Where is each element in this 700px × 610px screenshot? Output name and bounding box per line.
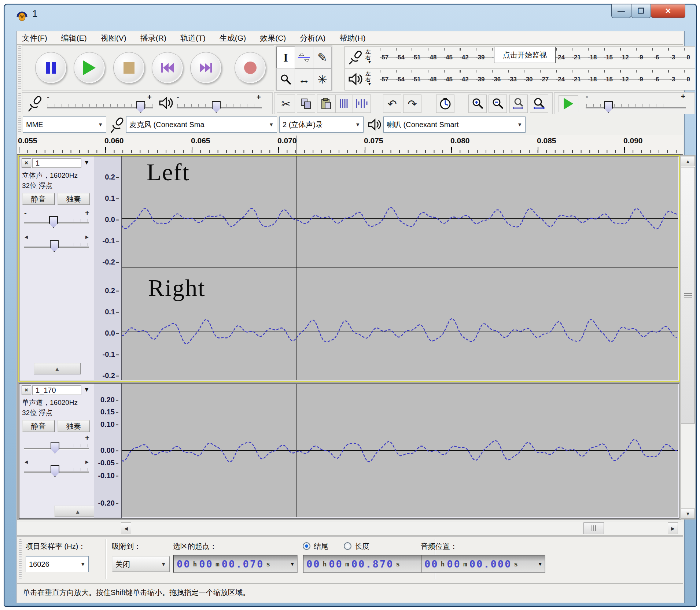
menu-item[interactable]: 效果(C) xyxy=(260,33,286,43)
end-radio[interactable] xyxy=(303,542,310,550)
track-1-name[interactable]: 1 xyxy=(32,158,81,168)
track-2-solo-button[interactable]: 独奏 xyxy=(57,420,90,432)
selection-start-field[interactable]: 00 h 00 m 00.070 s ▼ xyxy=(173,555,298,573)
menu-item[interactable]: 帮助(H) xyxy=(339,33,365,43)
host-select[interactable]: MME ▼ xyxy=(23,117,106,133)
horizontal-scroll-thumb[interactable] xyxy=(583,522,604,534)
stop-button[interactable] xyxy=(113,52,145,84)
undo-button[interactable]: ↶ xyxy=(383,95,401,113)
hours-unit: h xyxy=(193,560,197,568)
seconds-unit: s xyxy=(514,560,518,568)
menu-item[interactable]: 生成(G) xyxy=(220,33,246,43)
toolbar-grabber[interactable] xyxy=(18,46,21,90)
play-at-speed-button[interactable] xyxy=(559,95,578,112)
play-speed-slider[interactable] xyxy=(586,107,686,108)
zoom-tool-button[interactable] xyxy=(276,69,295,90)
chevron-down-icon[interactable]: ▼ xyxy=(291,561,294,567)
redo-button[interactable]: ↷ xyxy=(403,95,421,113)
chevron-down-icon: ▼ xyxy=(269,122,274,127)
db-label: -18 xyxy=(588,75,597,83)
db-label: -39 xyxy=(476,53,485,61)
record-button[interactable] xyxy=(235,52,266,84)
selection-tool-button[interactable]: I xyxy=(276,47,295,69)
length-radio[interactable] xyxy=(344,542,351,550)
db-label: 0 xyxy=(687,53,690,61)
input-device-select[interactable]: 麦克风 (Conexant Sma ▼ xyxy=(126,117,277,133)
scroll-up-button[interactable]: ▲ xyxy=(681,156,695,166)
snap-to-select[interactable]: 关闭 ▼ xyxy=(112,556,170,572)
zoom-in-button[interactable] xyxy=(468,95,487,113)
pause-button[interactable] xyxy=(35,52,67,84)
copy-button[interactable] xyxy=(297,95,315,113)
output-device-select[interactable]: 喇叭 (Conexant Smart ▼ xyxy=(383,117,526,133)
vertical-scroll-thumb[interactable] xyxy=(681,167,695,424)
fit-selection-button[interactable] xyxy=(509,95,528,113)
db-label: -27 xyxy=(540,75,549,83)
play-button[interactable] xyxy=(74,52,105,84)
track-1-collapse-button[interactable]: ▲ xyxy=(34,363,81,374)
selection-grabber[interactable] xyxy=(19,539,22,579)
track-2-vertical-ruler[interactable]: 0.200.150.100.00-0.05-0.10-0.20 xyxy=(94,384,122,518)
draw-tool-button[interactable]: ✎ xyxy=(313,47,332,69)
meter-channel-labels: 左 右 xyxy=(365,49,371,60)
track-2-mute-button[interactable]: 静音 xyxy=(22,420,55,432)
project-rate-select[interactable]: 16026 ▼ xyxy=(26,556,89,572)
device-grabber[interactable] xyxy=(18,117,21,133)
cut-button[interactable]: ✂ xyxy=(277,95,295,113)
mixer-grabber[interactable] xyxy=(18,93,21,113)
minutes-value: 00 xyxy=(329,558,343,570)
mixer-speaker-icon xyxy=(158,96,173,110)
zoom-out-button[interactable] xyxy=(489,95,507,113)
menu-item[interactable]: 播录(R) xyxy=(140,33,166,43)
timeshift-tool-button[interactable]: ↔ xyxy=(295,69,313,90)
scroll-up-icon: ▲ xyxy=(686,159,690,164)
input-device-microphone-icon xyxy=(110,117,124,133)
db-label: -18 xyxy=(588,53,597,61)
track-1-mute-button[interactable]: 静音 xyxy=(22,193,55,205)
menu-item[interactable]: 文件(F) xyxy=(22,33,47,43)
db-label: -57 xyxy=(380,53,389,61)
trim-audio-button[interactable] xyxy=(335,95,354,113)
selection-end-field[interactable]: 00 h 00 m 00.870 s ▼ xyxy=(303,555,427,573)
left-channel-label: 左 xyxy=(365,49,371,55)
paste-button[interactable] xyxy=(317,95,335,113)
track-1-close-button[interactable]: × xyxy=(22,158,31,168)
sync-lock-clock-button[interactable] xyxy=(436,95,454,113)
menu-item[interactable]: 轨道(T) xyxy=(180,33,206,43)
menu-item[interactable]: 视图(V) xyxy=(101,33,126,43)
menu-item[interactable]: 编辑(E) xyxy=(61,33,87,43)
scroll-right-button[interactable]: ▶ xyxy=(668,522,678,534)
meter-dropdown-icon: ▼ xyxy=(368,60,372,64)
close-button[interactable]: ✕ xyxy=(651,4,685,18)
track-1-menu-dropdown[interactable]: ▼ xyxy=(84,159,90,166)
minimize-button[interactable]: — xyxy=(611,4,631,18)
track-2-close-button[interactable]: × xyxy=(22,385,31,395)
audio-position-field[interactable]: 00 h 00 m 00.000 s ▼ xyxy=(421,555,545,573)
input-channels-select[interactable]: 2 (立体声)录 ▼ xyxy=(279,117,364,133)
time-label: 0.075 xyxy=(364,136,383,145)
silence-audio-button[interactable] xyxy=(353,95,371,113)
end-radio-label[interactable]: 结尾 xyxy=(314,541,328,551)
menu-item[interactable]: 分析(A) xyxy=(300,33,325,43)
chevron-down-icon[interactable]: ▼ xyxy=(539,561,542,567)
restore-button[interactable]: ❐ xyxy=(631,4,651,18)
length-radio-label[interactable]: 长度 xyxy=(355,541,369,551)
skip-to-end-button[interactable] xyxy=(190,52,222,84)
track-1-solo-button[interactable]: 独奏 xyxy=(57,193,90,205)
skip-to-start-button[interactable] xyxy=(152,52,183,84)
hours-value: 00 xyxy=(306,558,321,570)
envelope-tool-button[interactable] xyxy=(295,47,313,69)
input-channels-value: 2 (立体声)录 xyxy=(283,120,354,130)
multi-tool-button[interactable]: ✳ xyxy=(313,69,332,90)
scroll-left-button[interactable]: ◀ xyxy=(121,522,131,534)
fit-project-icon xyxy=(533,97,545,110)
right-channel-caption: Right xyxy=(148,274,206,302)
track-2-menu-dropdown[interactable]: ▼ xyxy=(84,386,90,393)
track-2-format-line1: 单声道，16020Hz xyxy=(22,398,78,407)
scroll-down-button[interactable]: ▼ xyxy=(681,509,695,519)
playback-meter[interactable]: 左 右 ▼ -57-54-51-48-45-42-39-36-33-30-27-… xyxy=(345,68,695,90)
minutes-unit: m xyxy=(345,560,349,568)
track-1-right-ruler[interactable]: 0.20.10.0-0.1-0.2 xyxy=(94,156,122,380)
fit-project-button[interactable] xyxy=(530,95,548,113)
track-2-name[interactable]: 1_170 xyxy=(32,385,81,395)
